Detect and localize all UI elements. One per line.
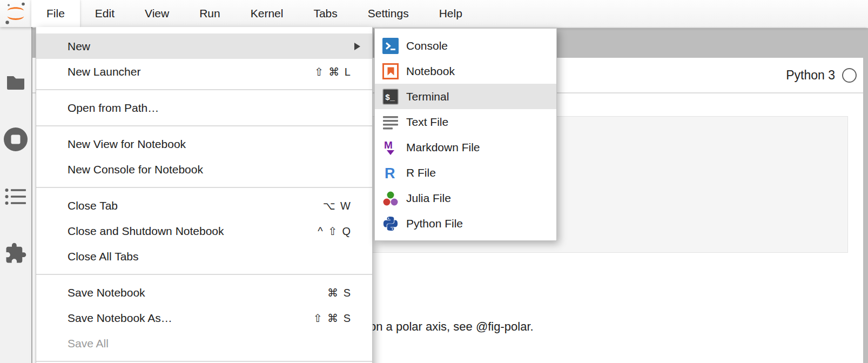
menu-separator [36,187,372,188]
svg-text:R: R [385,165,395,181]
python-file-icon [382,216,399,232]
menu-item-new-view-for-notebook[interactable]: New View for Notebook [36,131,372,157]
svg-text:$_: $_ [385,93,395,103]
menubar-item-edit[interactable]: Edit [80,0,130,27]
submenu-item-r-file[interactable]: R R File [375,160,556,185]
julia-file-icon [382,190,399,206]
menubar: File Edit View Run Kernel Tabs Settings … [0,0,868,27]
terminal-icon: $_ [382,89,399,105]
svg-text:M: M [384,139,393,151]
menu-separator [36,274,372,275]
menu-item-open-from-path[interactable]: Open from Path… [36,95,372,120]
menu-separator [36,361,372,362]
left-sidebar [0,27,32,363]
menubar-item-view[interactable]: View [130,0,184,27]
markdown-file-icon: M [382,139,399,156]
folder-icon[interactable] [6,75,25,91]
kernel-status-icon[interactable] [842,68,857,83]
menu-item-new[interactable]: New [36,33,372,59]
menu-item-close-and-shutdown-notebook[interactable]: Close and Shutdown Notebook ^ ⇧ Q [36,218,372,244]
menu-separator [36,89,372,90]
jupyter-logo [4,2,28,25]
submenu-item-python-file[interactable]: Python File [375,211,556,236]
menu-item-new-console-for-notebook[interactable]: New Console for Notebook [36,157,372,182]
r-file-icon: R [382,165,399,181]
extension-manager-icon[interactable] [4,242,27,265]
menubar-item-kernel[interactable]: Kernel [235,0,299,27]
running-sessions-icon[interactable] [3,127,28,152]
menubar-item-settings[interactable]: Settings [353,0,424,27]
new-submenu: Console Notebook $_ Terminal Text File M [374,28,557,241]
menubar-item-help[interactable]: Help [424,0,477,27]
menu-item-close-tab[interactable]: Close Tab ⌥ W [36,193,372,218]
submenu-item-text-file[interactable]: Text File [375,109,556,135]
submenu-item-markdown-file[interactable]: M Markdown File [375,135,556,160]
menubar-item-run[interactable]: Run [184,0,235,27]
submenu-item-terminal[interactable]: $_ Terminal [375,84,556,109]
console-icon [382,38,399,54]
menu-separator [36,125,372,126]
menubar-item-tabs[interactable]: Tabs [298,0,352,27]
menu-item-new-launcher[interactable]: New Launcher ⇧ ⌘ L [36,59,372,84]
text-file-icon [382,114,399,130]
menubar-item-file[interactable]: File [31,0,80,27]
submenu-item-console[interactable]: Console [375,33,556,58]
table-of-contents-icon[interactable] [5,188,26,205]
dock-right-edge [863,28,868,363]
file-menu: New New Launcher ⇧ ⌘ L Open from Path… N… [36,27,373,363]
menu-item-save-notebook[interactable]: Save Notebook ⌘ S [36,280,372,305]
markdown-text: on a polar axis, see @fig-polar. [369,320,534,334]
submenu-item-notebook[interactable]: Notebook [375,58,556,84]
submenu-arrow-icon [354,43,360,50]
menu-item-close-all-tabs[interactable]: Close All Tabs [36,244,372,269]
submenu-item-julia-file[interactable]: Julia File [375,185,556,211]
menu-item-save-notebook-as[interactable]: Save Notebook As… ⇧ ⌘ S [36,305,372,331]
notebook-icon [382,63,399,79]
kernel-name[interactable]: Python 3 [786,68,835,83]
menu-item-save-all: Save All [36,331,372,356]
